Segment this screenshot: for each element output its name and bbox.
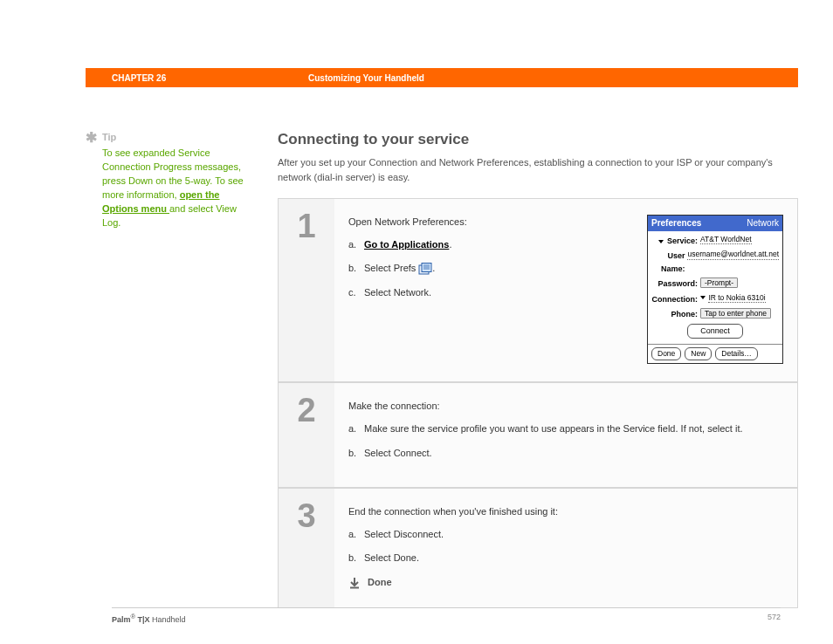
done-button: Done xyxy=(651,347,681,361)
item-suffix: . xyxy=(449,239,451,250)
username-value: username@worldnet.att.net xyxy=(687,250,779,259)
step-2: 2 Make the connection: a. Make sure the … xyxy=(279,383,797,489)
step-item: c. Select Network. xyxy=(348,285,638,301)
new-button: New xyxy=(685,347,712,361)
brand-suffix: Handheld xyxy=(150,615,186,624)
field-label: Connection: xyxy=(651,293,700,305)
done-arrow-icon xyxy=(348,577,361,589)
device-title: Preferences xyxy=(651,216,701,230)
chapter-bar: CHAPTER 26 Customizing Your Handheld xyxy=(86,68,798,87)
go-to-applications-link[interactable]: Go to Applications xyxy=(364,239,449,250)
step-3: 3 End the connection when you've finishe… xyxy=(279,489,797,607)
svg-rect-1 xyxy=(422,264,431,272)
tip-label: Tip xyxy=(102,131,251,145)
step-item: a. Go to Applications. xyxy=(348,237,638,253)
dropdown-icon xyxy=(658,240,664,243)
tip-sidebar: ✱ Tip To see expanded Service Connection… xyxy=(86,131,278,608)
step-lead: Make the connection: xyxy=(348,399,783,414)
chapter-title: Customizing Your Handheld xyxy=(308,73,424,83)
section-intro: After you set up your Connection and Net… xyxy=(278,155,798,184)
prefs-icon xyxy=(418,263,432,275)
page-number: 572 xyxy=(768,613,781,624)
item-text: Select Disconnect. xyxy=(364,529,444,539)
item-label: a. xyxy=(348,527,356,543)
field-label: User Name: xyxy=(651,250,687,275)
step-1: 1 Open Network Preferences: a. Go to App… xyxy=(279,199,797,383)
item-label: a. xyxy=(348,237,356,253)
chapter-number: CHAPTER 26 xyxy=(112,73,308,83)
item-text: Select Prefs xyxy=(364,263,418,273)
dropdown-icon xyxy=(700,296,706,299)
tip-body: To see expanded Service Connection Progr… xyxy=(102,147,251,230)
field-label: Phone: xyxy=(651,308,700,320)
step-item: b. Select Connect. xyxy=(348,446,783,462)
item-text: Select Network. xyxy=(364,287,431,298)
connection-value: IR to Nokia 6310i xyxy=(708,293,765,303)
item-suffix: . xyxy=(432,263,435,273)
service-value: AT&T WorldNet xyxy=(700,235,752,244)
step-item: b. Select Done. xyxy=(348,551,783,566)
step-number: 3 xyxy=(279,489,334,607)
step-lead: End the connection when you've finished … xyxy=(348,504,783,520)
steps-frame: 1 Open Network Preferences: a. Go to App… xyxy=(278,198,798,608)
item-label: b. xyxy=(348,446,356,462)
field-label: Service: xyxy=(667,236,698,245)
phone-value: Tap to enter phone xyxy=(700,308,771,319)
tip-text-before: To see expanded Service Connection Progr… xyxy=(102,147,244,200)
step-number: 1 xyxy=(279,199,334,381)
step-item: a. Select Disconnect. xyxy=(348,527,783,543)
device-screenshot: Preferences Network Service: AT&T WorldN… xyxy=(647,215,783,364)
section-title: Connecting to your service xyxy=(278,131,798,148)
page-footer: Palm® T|X Handheld 572 xyxy=(112,607,781,624)
item-label: b. xyxy=(348,261,356,277)
item-text: Make sure the service profile you want t… xyxy=(364,423,743,434)
main-content: Connecting to your service After you set… xyxy=(278,131,798,608)
footer-brand: Palm® T|X Handheld xyxy=(112,613,186,624)
item-label: a. xyxy=(348,421,356,437)
device-category: Network xyxy=(747,216,779,230)
field-label: Password: xyxy=(651,277,700,290)
item-text: Select Connect. xyxy=(364,448,432,458)
step-number: 2 xyxy=(279,383,334,487)
step-item: b. Select Prefs xyxy=(348,261,638,277)
connect-button: Connect xyxy=(687,324,743,338)
step-lead: Open Network Preferences: xyxy=(348,215,638,230)
step-item: a. Make sure the service profile you wan… xyxy=(348,421,783,437)
details-button: Details… xyxy=(715,347,757,361)
brand-name: Palm xyxy=(112,615,131,624)
asterisk-icon: ✱ xyxy=(86,131,97,230)
done-label: Done xyxy=(368,575,392,591)
brand-model: T|X xyxy=(135,615,150,624)
item-label: b. xyxy=(348,551,356,566)
password-value: -Prompt- xyxy=(700,277,738,288)
item-label: c. xyxy=(348,285,356,301)
item-text: Select Done. xyxy=(364,552,419,563)
